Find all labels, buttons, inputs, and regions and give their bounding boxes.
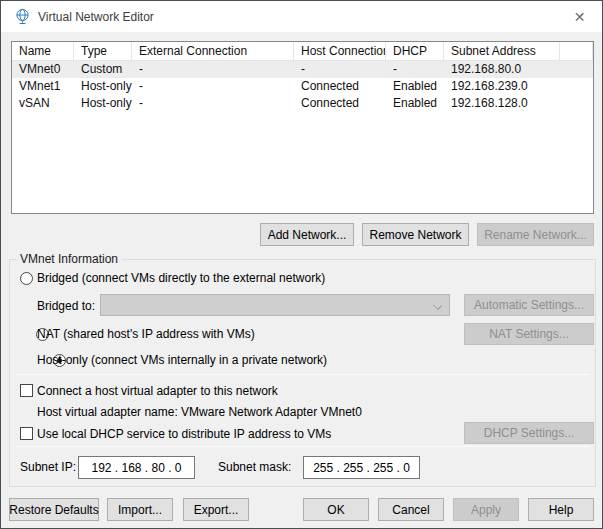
restore-defaults-button[interactable]: Restore Defaults xyxy=(9,498,99,521)
nat-radio-label[interactable]: NAT (shared host's IP address with VMs) xyxy=(37,327,255,341)
vmnet-information-group: VMnet Information Bridged (connect VMs d… xyxy=(9,259,596,487)
close-button[interactable]: ✕ xyxy=(557,1,602,32)
apply-button: Apply xyxy=(453,498,519,521)
cell-type: Host-only xyxy=(74,78,132,95)
subnet-mask-label: Subnet mask: xyxy=(218,460,291,474)
subnet-ip-field[interactable]: 192 . 168 . 80 . 0 xyxy=(78,456,195,479)
cell-subnet: 192.168.80.0 xyxy=(444,61,560,78)
column-header-name[interactable]: Name xyxy=(12,42,74,60)
connect-adapter-label[interactable]: Connect a host virtual adapter to this n… xyxy=(37,384,278,398)
dhcp-settings-button: DHCP Settings... xyxy=(464,422,594,444)
cell-type: Host-only xyxy=(74,95,132,112)
subnet-ip-label: Subnet IP: xyxy=(20,460,76,474)
title-bar: Virtual Network Editor ✕ xyxy=(1,1,602,32)
cell-subnet: 192.168.128.0 xyxy=(444,95,560,112)
virtual-network-editor-dialog: Virtual Network Editor ✕ Name Type Exter… xyxy=(0,0,603,529)
window-title: Virtual Network Editor xyxy=(38,10,154,24)
cell-host: Connected xyxy=(294,78,386,95)
table-row-vmnet1[interactable]: VMnet1 Host-only - Connected Enabled 192… xyxy=(12,78,593,95)
cell-filler xyxy=(560,78,593,95)
table-row-vmnet0[interactable]: VMnet0 Custom - - - 192.168.80.0 xyxy=(12,61,593,78)
help-button[interactable]: Help xyxy=(528,498,594,521)
network-list: Name Type External Connection Host Conne… xyxy=(11,41,594,214)
column-header-dhcp[interactable]: DHCP xyxy=(386,42,444,60)
add-network-button[interactable]: Add Network... xyxy=(260,223,354,246)
cell-external: - xyxy=(132,61,294,78)
dhcp-service-label[interactable]: Use local DHCP service to distribute IP … xyxy=(37,427,331,441)
rename-network-button: Rename Network... xyxy=(477,223,594,246)
cell-external: - xyxy=(132,95,294,112)
automatic-settings-button: Automatic Settings... xyxy=(464,294,594,316)
bridged-to-dropdown xyxy=(100,294,450,316)
cell-name: VMnet1 xyxy=(12,78,74,95)
cell-host: Connected xyxy=(294,95,386,112)
import-button[interactable]: Import... xyxy=(107,498,173,521)
cell-external: - xyxy=(132,78,294,95)
bridged-radio-label[interactable]: Bridged (connect VMs directly to the ext… xyxy=(37,271,325,285)
column-header-filler xyxy=(560,42,593,60)
host-only-radio-label[interactable]: Host-only (connect VMs internally in a p… xyxy=(37,353,327,367)
connect-adapter-checkbox[interactable] xyxy=(20,384,33,397)
cell-dhcp: Enabled xyxy=(386,78,444,95)
globe-network-icon xyxy=(14,8,31,25)
bridged-to-label: Bridged to: xyxy=(37,299,95,313)
section-divider xyxy=(16,446,590,447)
column-header-host-connection[interactable]: Host Connection xyxy=(294,42,386,60)
column-header-subnet-address[interactable]: Subnet Address xyxy=(444,42,560,60)
table-row-vsan[interactable]: vSAN Host-only - Connected Enabled 192.1… xyxy=(12,95,593,112)
section-divider xyxy=(16,374,590,375)
cell-dhcp: Enabled xyxy=(386,95,444,112)
cell-filler xyxy=(560,95,593,112)
network-list-header: Name Type External Connection Host Conne… xyxy=(12,42,593,61)
cell-host: - xyxy=(294,61,386,78)
subnet-mask-field[interactable]: 255 . 255 . 255 . 0 xyxy=(303,456,420,479)
cell-name: VMnet0 xyxy=(12,61,74,78)
cell-name: vSAN xyxy=(12,95,74,112)
cell-filler xyxy=(560,61,593,78)
cell-subnet: 192.168.239.0 xyxy=(444,78,560,95)
column-header-external-connection[interactable]: External Connection xyxy=(132,42,294,60)
remove-network-button[interactable]: Remove Network xyxy=(362,223,469,246)
cell-dhcp: - xyxy=(386,61,444,78)
bridged-radio[interactable] xyxy=(20,272,33,285)
dhcp-service-checkbox[interactable] xyxy=(20,427,33,440)
export-button[interactable]: Export... xyxy=(183,498,249,521)
nat-settings-button: NAT Settings... xyxy=(464,323,594,345)
cell-type: Custom xyxy=(74,61,132,78)
cancel-button[interactable]: Cancel xyxy=(378,498,444,521)
chevron-down-icon xyxy=(433,301,442,310)
ok-button[interactable]: OK xyxy=(303,498,369,521)
column-header-type[interactable]: Type xyxy=(74,42,132,60)
group-label: VMnet Information xyxy=(16,252,122,266)
adapter-name-text: Host virtual adapter name: VMware Networ… xyxy=(37,405,362,419)
